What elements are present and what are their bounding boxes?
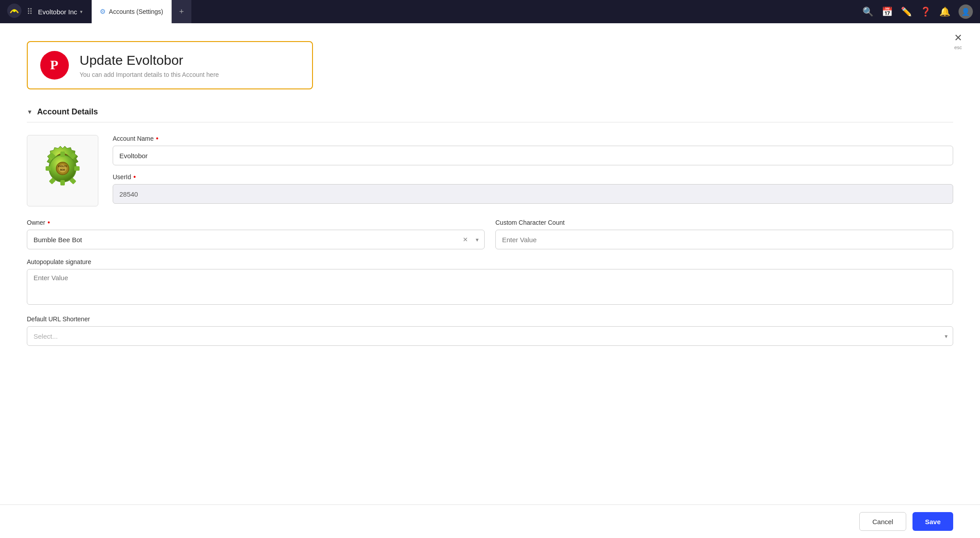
tab-settings-icon: ⚙ bbox=[100, 8, 106, 16]
account-name-required: • bbox=[156, 135, 159, 142]
app-logo bbox=[7, 4, 21, 20]
owner-required: • bbox=[47, 219, 50, 226]
form-with-logo: EVOLTOBOR bbox=[27, 135, 953, 206]
calendar-icon[interactable]: 📅 bbox=[882, 6, 893, 17]
owner-value: Bumble Bee Bot bbox=[34, 236, 82, 244]
owner-char-row: Owner • Bumble Bee Bot ✕ ▾ Custom Charac… bbox=[27, 219, 953, 249]
section-header: ▼ Account Details bbox=[27, 107, 953, 122]
custom-char-count-field: Custom Character Count bbox=[495, 219, 953, 249]
save-button[interactable]: Save bbox=[912, 512, 953, 531]
help-icon[interactable]: ❓ bbox=[920, 6, 931, 17]
account-logo-box: EVOLTOBOR bbox=[27, 135, 98, 206]
modal-subtitle: You can add Important details to this Ac… bbox=[80, 71, 219, 78]
account-name-field: Account Name • bbox=[113, 135, 953, 165]
section-title: Account Details bbox=[37, 107, 98, 117]
url-shortener-field: Default URL Shortener Select... ▾ bbox=[27, 315, 953, 346]
svg-text:EVOLTO: EVOLTO bbox=[58, 165, 67, 168]
owner-label: Owner bbox=[27, 219, 45, 226]
header-card: P Update Evoltobor You can add Important… bbox=[27, 41, 313, 89]
owner-chevron-icon: ▾ bbox=[476, 236, 479, 243]
url-shortener-select[interactable]: Select... bbox=[27, 326, 953, 346]
footer-actions: Cancel Save bbox=[0, 504, 980, 538]
svg-point-1 bbox=[13, 9, 16, 12]
gear-icon: EVOLTOBOR bbox=[36, 144, 89, 198]
pinterest-logo: P bbox=[40, 51, 69, 80]
autopopulate-textarea[interactable] bbox=[27, 269, 953, 305]
tab-bar: ⚙ Accounts (Settings) + bbox=[92, 0, 191, 23]
account-name-label: Account Name bbox=[113, 135, 154, 142]
grid-icon[interactable]: ⠿ bbox=[27, 7, 33, 17]
user-id-field: UserId • bbox=[113, 173, 953, 204]
owner-field: Owner • Bumble Bee Bot ✕ ▾ bbox=[27, 219, 485, 249]
svg-rect-7 bbox=[60, 151, 65, 157]
owner-clear-icon[interactable]: ✕ bbox=[463, 236, 468, 243]
account-name-input[interactable] bbox=[113, 146, 953, 165]
section-chevron-icon: ▼ bbox=[27, 109, 33, 115]
esc-label: esc bbox=[954, 45, 962, 50]
svg-text:BOR: BOR bbox=[60, 168, 65, 171]
svg-rect-9 bbox=[74, 166, 80, 171]
svg-text:P: P bbox=[50, 57, 58, 72]
autopopulate-label: Autopopulate signature bbox=[27, 258, 91, 265]
brand-label: Evoltobor Inc bbox=[38, 8, 77, 16]
tab-accounts-settings[interactable]: ⚙ Accounts (Settings) bbox=[92, 0, 172, 23]
svg-rect-10 bbox=[46, 166, 51, 171]
close-icon: ✕ bbox=[954, 32, 962, 44]
custom-char-count-input[interactable] bbox=[495, 230, 953, 249]
avatar[interactable]: 👤 bbox=[959, 4, 973, 19]
topnav: ⠿ Evoltobor Inc ▾ ⚙ Accounts (Settings) … bbox=[0, 0, 980, 23]
url-shortener-label: Default URL Shortener bbox=[27, 315, 90, 323]
edit-icon[interactable]: ✏️ bbox=[901, 6, 912, 17]
cancel-button[interactable]: Cancel bbox=[859, 512, 906, 531]
brand-chevron: ▾ bbox=[80, 9, 83, 15]
user-id-input bbox=[113, 184, 953, 204]
close-button[interactable]: ✕ esc bbox=[954, 32, 962, 50]
account-fields: Account Name • UserId • bbox=[113, 135, 953, 206]
owner-select[interactable]: Bumble Bee Bot ✕ ▾ bbox=[27, 230, 485, 249]
topnav-actions: 🔍 📅 ✏️ ❓ 🔔 👤 bbox=[862, 4, 973, 19]
user-id-label: UserId bbox=[113, 173, 131, 181]
tab-add-button[interactable]: + bbox=[172, 0, 191, 23]
search-icon[interactable]: 🔍 bbox=[862, 6, 874, 17]
modal-title: Update Evoltobor bbox=[80, 52, 219, 68]
svg-rect-8 bbox=[60, 180, 65, 185]
custom-char-count-label: Custom Character Count bbox=[495, 219, 565, 226]
tab-label: Accounts (Settings) bbox=[109, 8, 163, 15]
main-content: ✕ esc P Update Evoltobor You can add Imp… bbox=[0, 23, 980, 538]
notification-icon[interactable]: 🔔 bbox=[939, 6, 950, 17]
user-id-required: • bbox=[133, 173, 136, 181]
brand-menu[interactable]: Evoltobor Inc ▾ bbox=[38, 8, 83, 16]
autopopulate-field: Autopopulate signature bbox=[27, 258, 953, 307]
